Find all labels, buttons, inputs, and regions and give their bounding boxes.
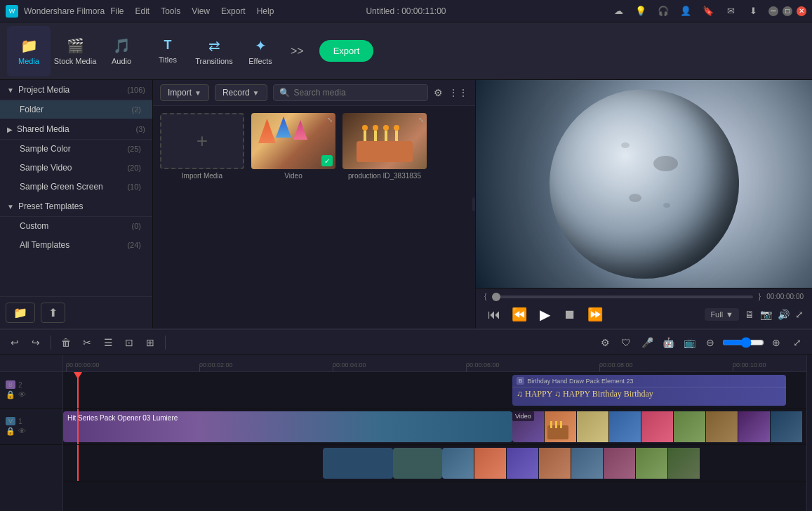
cut-button[interactable]: ✂	[78, 333, 96, 352]
tl-fit-button[interactable]: ⤢	[788, 333, 806, 352]
transitions-icon: ⇄	[208, 37, 220, 54]
preview-timestamp: 00:00:00:00	[766, 293, 804, 300]
track3-clip1[interactable]	[323, 448, 393, 479]
import-button[interactable]: ⬆	[41, 303, 65, 323]
track-2-lock-icon[interactable]: 🔒	[6, 390, 15, 399]
record-label: Record	[222, 88, 250, 98]
new-folder-button[interactable]: 📁	[6, 303, 35, 323]
preview-camera-button[interactable]: 📷	[760, 309, 772, 320]
menu-edit[interactable]: Edit	[135, 6, 150, 16]
mail-icon[interactable]: ✉	[724, 6, 738, 16]
sidebar-sample-color[interactable]: Sample Color (25)	[0, 140, 152, 159]
tl-ai-button[interactable]: 🤖	[659, 333, 677, 352]
play-button[interactable]: ▶	[535, 305, 554, 324]
menu-file[interactable]: File	[110, 6, 124, 16]
tl-mic-button[interactable]: 🎤	[638, 333, 656, 352]
crop-button[interactable]: ⊡	[120, 333, 138, 352]
sidebar-sample-video[interactable]: Sample Video (20)	[0, 159, 152, 178]
tl-plus-button[interactable]: ⊕	[767, 333, 785, 352]
download-icon[interactable]: ⬇	[746, 6, 760, 16]
rewind-button[interactable]: ⏮	[484, 305, 504, 324]
step-forward-button[interactable]: ⏩	[585, 305, 605, 324]
track-2-hide-icon[interactable]: 👁	[18, 390, 26, 399]
cloud-icon[interactable]: ☁	[611, 6, 625, 16]
tl-screen-button[interactable]: 📺	[680, 333, 698, 352]
sidebar-sample-green[interactable]: Sample Green Screen (10)	[0, 178, 152, 197]
birthday-clip[interactable]: B Birthday Hand Draw Pack Element 23 ♫ H…	[512, 375, 786, 406]
bulb-icon[interactable]: 💡	[634, 6, 648, 16]
preset-templates-header[interactable]: ▼ Preset Templates	[0, 197, 152, 217]
import-placeholder-thumb: +	[160, 113, 244, 169]
preview-transport: ⏮ ⏪ ▶ ⏹ ⏩	[484, 305, 605, 324]
tool-titles[interactable]: T Titles	[146, 26, 189, 77]
track-1-lock-icon[interactable]: 🔒	[6, 427, 15, 436]
search-box: 🔍	[273, 84, 428, 101]
tool-stock-media[interactable]: 🎬 Stock Media	[53, 26, 97, 77]
undo-button[interactable]: ↩	[6, 333, 24, 352]
tl-minus-button[interactable]: ⊖	[701, 333, 719, 352]
speed-button[interactable]: ⊞	[141, 333, 159, 352]
headset-icon[interactable]: 🎧	[656, 6, 670, 16]
person-icon[interactable]: 👤	[679, 6, 693, 16]
app-name: Wondershare Filmora	[24, 6, 105, 16]
quality-selector[interactable]: Full ▼	[705, 308, 739, 321]
preview-fullscreen-button[interactable]: ⤢	[795, 309, 804, 320]
preview-volume-button[interactable]: 🔊	[778, 309, 790, 320]
project-media-header[interactable]: ▼ Project Media (106)	[0, 80, 152, 100]
timeline-ruler[interactable]: 00:00:00:00 00:00:02:00 00:00:04:00 00:0…	[63, 355, 806, 372]
bookmark-icon[interactable]: 🔖	[701, 6, 715, 16]
minimize-button[interactable]: ─	[768, 6, 778, 16]
menu-help[interactable]: Help	[257, 6, 274, 16]
filter-icon[interactable]: ⚙	[434, 87, 443, 98]
maximize-button[interactable]: □	[783, 6, 792, 16]
preset-templates-header-left: ▼ Preset Templates	[7, 201, 83, 211]
preview-progress-bar[interactable]	[492, 296, 752, 298]
track-2-num: 2	[18, 381, 22, 389]
track-1-num: 1	[18, 418, 22, 425]
record-dropdown[interactable]: Record ▼	[215, 84, 267, 101]
tool-effects[interactable]: ✦ Effects	[239, 26, 282, 77]
audio-detach-button[interactable]: ☰	[99, 333, 117, 352]
preview-scrubber[interactable]	[492, 293, 500, 301]
tool-transitions[interactable]: ⇄ Transitions	[192, 26, 236, 77]
grid-icon[interactable]: ⋮⋮	[448, 87, 468, 98]
sidebar-folder-item[interactable]: Folder (2)	[0, 100, 152, 119]
delete-button[interactable]: 🗑	[57, 333, 75, 352]
export-button[interactable]: Export	[319, 40, 374, 62]
sidebar-actions: 📁 ⬆	[0, 296, 152, 328]
stop-button[interactable]: ⏹	[560, 305, 580, 324]
tool-titles-label: Titles	[159, 55, 177, 64]
media-item-video2[interactable]: ⤡ production ID_3831835	[342, 113, 427, 180]
shared-media-header[interactable]: ▶ Shared Media (3)	[0, 119, 152, 140]
tl-shield-button[interactable]: 🛡	[617, 333, 635, 352]
preview-timeline: { } 00:00:00:00	[484, 293, 804, 300]
menu-export[interactable]: Export	[221, 6, 246, 16]
search-input[interactable]	[294, 88, 422, 98]
toolbar-more-button[interactable]: >>	[285, 45, 310, 58]
sample-video-label: Sample Video	[20, 163, 72, 173]
close-button[interactable]: ✕	[797, 6, 806, 16]
hit-series-clip[interactable]: Hit Series Pack Opener 03 Lumiere	[63, 411, 512, 442]
menu-tools[interactable]: Tools	[161, 6, 180, 16]
collapse-sidebar-button[interactable]: ◀	[472, 198, 475, 211]
sidebar-custom[interactable]: Custom (0)	[0, 217, 152, 236]
sidebar-all-templates[interactable]: All Templates (24)	[0, 236, 152, 255]
timeline-scrollbar[interactable]	[806, 355, 812, 511]
tool-audio[interactable]: 🎵 Audio	[100, 26, 143, 77]
import-media-item[interactable]: + Import Media	[160, 113, 244, 180]
track-1-hide-icon[interactable]: 👁	[18, 427, 26, 436]
main-container: 📁 Media 🎬 Stock Media 🎵 Audio T Titles ⇄…	[0, 22, 812, 511]
preview-screen-button[interactable]: 🖥	[745, 309, 754, 320]
redo-button[interactable]: ↪	[27, 333, 45, 352]
track-2-icons: 🔒 👁	[6, 390, 57, 399]
menu-view[interactable]: View	[192, 6, 210, 16]
tool-media[interactable]: 📁 Media	[7, 26, 51, 77]
step-back-button[interactable]: ⏪	[510, 305, 529, 324]
import-dropdown[interactable]: Import ▼	[160, 84, 209, 101]
track3-clip2[interactable]	[393, 448, 442, 479]
audio-icon: 🎵	[113, 37, 131, 54]
tl-fx-button[interactable]: ⚙	[596, 333, 614, 352]
strip-thumb-2	[474, 448, 506, 479]
zoom-slider[interactable]	[722, 337, 764, 348]
media-item-video1[interactable]: ⤡ ✓ Video	[251, 113, 335, 180]
